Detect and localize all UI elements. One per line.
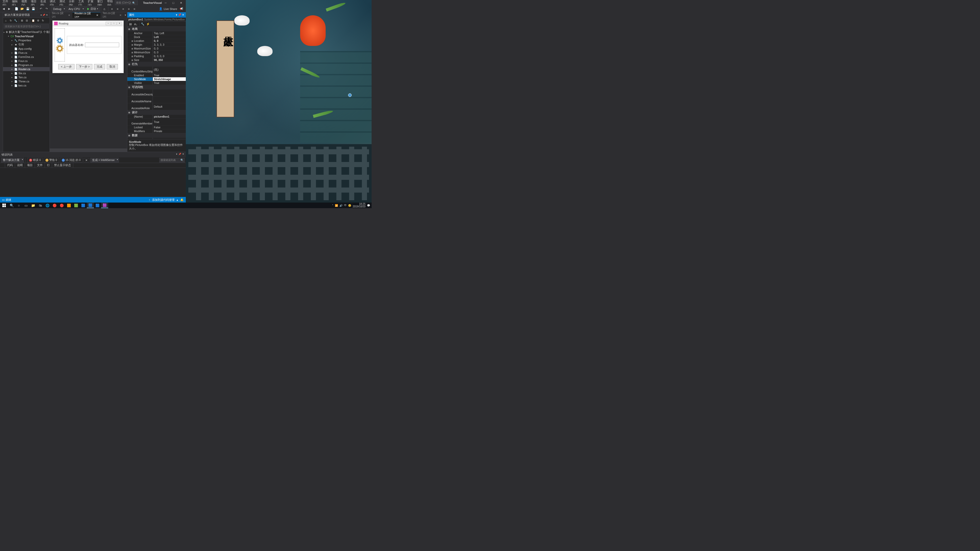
undo-button[interactable]: ↶	[38, 6, 43, 11]
cortana-button[interactable]: ○	[15, 203, 22, 208]
tree-file-node[interactable]: ▸📄Program.cs	[3, 63, 49, 67]
events-button[interactable]: ⚡	[145, 22, 151, 27]
volume-icon[interactable]: 🔊	[339, 204, 342, 207]
taskbar-app[interactable]: 🔴	[58, 203, 65, 208]
solution-search-input[interactable]	[3, 24, 49, 29]
chevron-up-icon[interactable]: ▴	[177, 198, 178, 202]
property-row[interactable]: SizeModeStretchImage	[127, 77, 186, 81]
new-project-button[interactable]: 📄	[14, 6, 19, 11]
forward-button[interactable]: ▶	[6, 6, 12, 11]
property-row[interactable]: VisibleTrue	[127, 81, 186, 85]
property-row[interactable]: LockedFalse	[127, 125, 186, 129]
property-row[interactable]: (Name)pictureBox1	[127, 115, 186, 119]
tab-dropdown-icon[interactable]: ▾	[125, 14, 126, 16]
horizontal-scrollbar[interactable]	[50, 148, 127, 152]
close-icon[interactable]: ✕	[182, 13, 184, 17]
toolbar-button[interactable]: ≡	[110, 6, 115, 11]
property-row[interactable]: DockLeft	[127, 35, 186, 39]
close-icon[interactable]: ✕	[182, 153, 184, 157]
tab-close-icon[interactable]: ✕	[119, 14, 121, 17]
close-button[interactable]: ✕	[177, 0, 185, 5]
property-row[interactable]: ⊞Location0, 0	[127, 39, 186, 43]
property-row[interactable]: ContextMenuStrip(无)	[127, 67, 186, 73]
tree-file-node[interactable]: ▸📄Ten.cs	[3, 75, 49, 79]
maximize-button[interactable]: □	[169, 0, 177, 5]
property-row[interactable]: ⊞MaximumSize0, 0	[127, 47, 186, 51]
collapsed-sidebar[interactable]	[0, 12, 3, 152]
toolbar-button[interactable]: ⚙	[36, 18, 40, 23]
property-category[interactable]: ⊟可访问性	[127, 85, 186, 89]
tree-file-node[interactable]: 📄App.config	[3, 47, 49, 51]
taskbar-app[interactable]: 🟩	[73, 203, 80, 208]
form-designer-canvas[interactable]: Roating ─ □ ✕	[50, 18, 127, 148]
property-row[interactable]: EnabledTrue	[127, 73, 186, 77]
tree-file-node[interactable]: ▸📄FormOne.cs	[3, 55, 49, 59]
property-category[interactable]: ⊟设计	[127, 110, 186, 115]
scope-dropdown[interactable]: 整个解决方案	[1, 158, 24, 162]
error-search-input[interactable]: 搜索错误列表 🔍	[159, 158, 185, 162]
taskbar-app[interactable]: 🔴	[51, 203, 58, 208]
property-category[interactable]: ⊟数据	[127, 133, 186, 138]
clear-filter[interactable]: ✕	[83, 158, 89, 162]
save-button[interactable]: 💾	[25, 6, 30, 11]
property-row[interactable]: ⊞MinimumSize0, 0	[127, 51, 186, 54]
build-filter-dropdown[interactable]: 生成 + IntelliSense	[90, 158, 119, 162]
source-control-button[interactable]: 添加到源代码管理	[152, 198, 175, 202]
publish-icon[interactable]: ↑	[149, 198, 150, 201]
configuration-dropdown[interactable]: Debug	[51, 6, 66, 11]
dropdown-icon[interactable]: ▾	[41, 14, 42, 16]
clock[interactable]: 18:25 2019/10/20	[353, 203, 366, 208]
quick-search-input[interactable]: 搜索 (Ctrl+Q) 🔍	[115, 0, 138, 5]
solution-root[interactable]: ▸ 🗎 解决方案"TeacherVisual"(1 个项目/共 1 个)	[3, 30, 49, 34]
taskbar-app[interactable]: 🟦	[80, 203, 87, 208]
toolbar-button[interactable]: ⊟	[24, 18, 29, 23]
property-row[interactable]: GenerateMemberTrue	[127, 119, 186, 125]
property-row[interactable]: AccessibleDescription	[127, 89, 186, 97]
errors-filter[interactable]: ✕错误 0	[27, 158, 43, 162]
ime-icon[interactable]: 😊	[348, 204, 351, 207]
chrome-button[interactable]: 🌐	[44, 203, 51, 208]
toolbar-button[interactable]: 🔧	[13, 18, 18, 23]
designed-form-window[interactable]: Roating ─ □ ✕	[52, 21, 124, 73]
search-button[interactable]: 🔍	[8, 203, 15, 208]
tray-chevron-icon[interactable]: ˄	[332, 204, 333, 207]
visual-studio-button[interactable]: 🟪	[101, 203, 108, 208]
back-button[interactable]: ◀	[1, 6, 6, 11]
column-header[interactable]: 项目	[25, 163, 35, 168]
editor-tab[interactable]: Router.cs [设计]*✕	[73, 12, 100, 18]
live-share-button[interactable]: 👤 Live Share 📢	[158, 7, 185, 11]
property-row[interactable]: AccessibleName	[127, 97, 186, 103]
tree-file-node[interactable]: ▸■引用	[3, 42, 49, 47]
property-row[interactable]: AnchorTop, Left	[127, 32, 186, 35]
toolbar-button[interactable]: ⊞	[20, 18, 24, 23]
store-button[interactable]: 🛍	[37, 203, 44, 208]
notifications-icon[interactable]: 💬	[367, 204, 370, 207]
column-header[interactable]: 说明	[15, 163, 25, 168]
messages-filter[interactable]: i15 消息 的 0	[60, 158, 83, 162]
open-button[interactable]: 📂	[20, 6, 25, 11]
notifications-icon[interactable]: 🔔	[180, 198, 184, 202]
tree-file-node[interactable]: ▸📄two.cs	[3, 83, 49, 87]
tree-file-node[interactable]: ▸📄Three.cs	[3, 79, 49, 83]
editor-tab[interactable]: Six.cs [设计]✕	[50, 12, 73, 18]
groupbox-control[interactable]: 路由器名称:	[67, 36, 121, 54]
tab-close-icon[interactable]: ✕	[68, 14, 70, 17]
save-all-button[interactable]: 💾	[31, 6, 36, 11]
wizard-button[interactable]: 完成	[94, 64, 105, 69]
tree-file-node[interactable]: ▸🔧Properties	[3, 38, 49, 42]
file-explorer-button[interactable]: 📁	[30, 203, 37, 208]
properties-object-selector[interactable]: pictureBox1 System.Windows.Forms.Picture…	[127, 17, 186, 22]
task-view-button[interactable]: ▭	[22, 203, 30, 208]
toolbar-button[interactable]: ≡	[115, 6, 120, 11]
picturebox-control[interactable]	[55, 28, 65, 62]
column-header[interactable]: 行	[45, 163, 52, 168]
property-category[interactable]: ⊟布局	[127, 27, 186, 32]
tree-file-node[interactable]: ▸📄Four.cs	[3, 59, 49, 63]
dropdown-icon[interactable]: ▾	[176, 153, 177, 157]
toolbar-button[interactable]: ≡	[132, 6, 137, 11]
properties-button[interactable]: 🔧	[140, 22, 145, 27]
project-node[interactable]: ▾ C# TeacherVisual	[3, 34, 49, 38]
toolbar-button[interactable]: ≡	[121, 6, 126, 11]
toolbar-button[interactable]: ⎌	[102, 6, 107, 11]
close-icon[interactable]: ✕	[46, 14, 48, 16]
